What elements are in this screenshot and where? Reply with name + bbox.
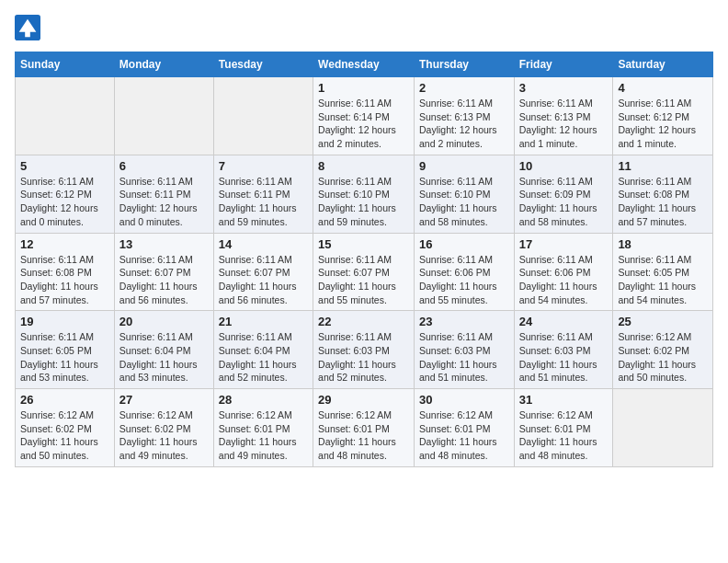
day-number: 2	[419, 81, 509, 95]
day-number: 20	[119, 315, 209, 328]
day-number: 3	[519, 81, 609, 95]
calendar-cell: 1Sunrise: 6:11 AM Sunset: 6:14 PM Daylig…	[313, 77, 415, 155]
day-info: Sunrise: 6:11 AM Sunset: 6:04 PM Dayligh…	[219, 330, 308, 385]
calendar-cell: 12Sunrise: 6:11 AM Sunset: 6:08 PM Dayli…	[16, 233, 115, 311]
day-info: Sunrise: 6:11 AM Sunset: 6:07 PM Dayligh…	[219, 253, 308, 307]
day-info: Sunrise: 6:11 AM Sunset: 6:10 PM Dayligh…	[318, 175, 409, 229]
day-number: 12	[20, 237, 109, 251]
calendar-cell: 31Sunrise: 6:12 AM Sunset: 6:01 PM Dayli…	[514, 389, 613, 467]
header-day-tuesday: Tuesday	[213, 52, 313, 77]
day-info: Sunrise: 6:11 AM Sunset: 6:08 PM Dayligh…	[20, 253, 109, 307]
day-info: Sunrise: 6:11 AM Sunset: 6:12 PM Dayligh…	[618, 97, 708, 151]
calendar-cell: 7Sunrise: 6:11 AM Sunset: 6:11 PM Daylig…	[213, 155, 313, 233]
day-info: Sunrise: 6:11 AM Sunset: 6:05 PM Dayligh…	[20, 330, 109, 385]
calendar-cell: 3Sunrise: 6:11 AM Sunset: 6:13 PM Daylig…	[514, 77, 613, 155]
day-number: 29	[318, 393, 409, 407]
day-info: Sunrise: 6:11 AM Sunset: 6:06 PM Dayligh…	[419, 253, 509, 307]
day-info: Sunrise: 6:11 AM Sunset: 6:11 PM Dayligh…	[119, 175, 209, 229]
header-day-saturday: Saturday	[613, 52, 713, 77]
calendar-body: 1Sunrise: 6:11 AM Sunset: 6:14 PM Daylig…	[16, 77, 713, 467]
day-info: Sunrise: 6:11 AM Sunset: 6:09 PM Dayligh…	[519, 175, 609, 229]
calendar-cell: 2Sunrise: 6:11 AM Sunset: 6:13 PM Daylig…	[414, 77, 514, 155]
day-info: Sunrise: 6:11 AM Sunset: 6:05 PM Dayligh…	[618, 253, 708, 307]
calendar-cell: 27Sunrise: 6:12 AM Sunset: 6:02 PM Dayli…	[114, 389, 213, 467]
day-number: 8	[318, 159, 409, 173]
logo	[15, 15, 42, 40]
calendar-cell: 21Sunrise: 6:11 AM Sunset: 6:04 PM Dayli…	[213, 311, 313, 389]
day-info: Sunrise: 6:11 AM Sunset: 6:07 PM Dayligh…	[318, 253, 409, 307]
calendar-cell: 23Sunrise: 6:11 AM Sunset: 6:03 PM Dayli…	[414, 311, 514, 389]
day-number: 14	[219, 237, 308, 251]
calendar-table: SundayMondayTuesdayWednesdayThursdayFrid…	[15, 52, 713, 467]
calendar-cell: 24Sunrise: 6:11 AM Sunset: 6:03 PM Dayli…	[514, 311, 613, 389]
week-row-4: 19Sunrise: 6:11 AM Sunset: 6:05 PM Dayli…	[16, 311, 713, 389]
header-day-wednesday: Wednesday	[313, 52, 415, 77]
calendar-header: SundayMondayTuesdayWednesdayThursdayFrid…	[16, 52, 713, 77]
day-info: Sunrise: 6:12 AM Sunset: 6:01 PM Dayligh…	[219, 408, 308, 463]
day-number: 7	[219, 159, 308, 173]
calendar-cell: 22Sunrise: 6:11 AM Sunset: 6:03 PM Dayli…	[313, 311, 415, 389]
day-info: Sunrise: 6:11 AM Sunset: 6:08 PM Dayligh…	[618, 175, 708, 229]
week-row-2: 5Sunrise: 6:11 AM Sunset: 6:12 PM Daylig…	[16, 155, 713, 233]
calendar-cell: 15Sunrise: 6:11 AM Sunset: 6:07 PM Dayli…	[313, 233, 415, 311]
day-number: 9	[419, 159, 509, 173]
day-number: 23	[419, 315, 509, 328]
day-info: Sunrise: 6:11 AM Sunset: 6:12 PM Dayligh…	[20, 175, 109, 229]
page-header	[15, 15, 713, 40]
day-number: 10	[519, 159, 609, 173]
day-number: 6	[119, 159, 209, 173]
day-number: 21	[219, 315, 308, 328]
day-info: Sunrise: 6:11 AM Sunset: 6:13 PM Dayligh…	[419, 97, 509, 151]
day-number: 15	[318, 237, 409, 251]
day-info: Sunrise: 6:11 AM Sunset: 6:10 PM Dayligh…	[419, 175, 509, 229]
day-number: 27	[119, 393, 209, 407]
day-number: 31	[519, 393, 609, 407]
calendar-cell: 28Sunrise: 6:12 AM Sunset: 6:01 PM Dayli…	[213, 389, 313, 467]
day-info: Sunrise: 6:12 AM Sunset: 6:01 PM Dayligh…	[318, 408, 409, 463]
day-number: 16	[419, 237, 509, 251]
day-info: Sunrise: 6:11 AM Sunset: 6:03 PM Dayligh…	[318, 330, 409, 385]
day-number: 13	[119, 237, 209, 251]
day-info: Sunrise: 6:11 AM Sunset: 6:04 PM Dayligh…	[119, 330, 209, 385]
day-info: Sunrise: 6:12 AM Sunset: 6:02 PM Dayligh…	[119, 408, 209, 463]
day-info: Sunrise: 6:11 AM Sunset: 6:11 PM Dayligh…	[219, 175, 308, 229]
calendar-cell: 4Sunrise: 6:11 AM Sunset: 6:12 PM Daylig…	[613, 77, 713, 155]
header-day-thursday: Thursday	[414, 52, 514, 77]
week-row-5: 26Sunrise: 6:12 AM Sunset: 6:02 PM Dayli…	[16, 389, 713, 467]
day-number: 17	[519, 237, 609, 251]
day-number: 19	[20, 315, 109, 328]
day-info: Sunrise: 6:12 AM Sunset: 6:02 PM Dayligh…	[20, 408, 109, 463]
day-number: 18	[618, 237, 708, 251]
calendar-cell: 30Sunrise: 6:12 AM Sunset: 6:01 PM Dayli…	[414, 389, 514, 467]
day-number: 24	[519, 315, 609, 328]
day-number: 30	[419, 393, 509, 407]
day-info: Sunrise: 6:12 AM Sunset: 6:02 PM Dayligh…	[618, 330, 708, 385]
day-info: Sunrise: 6:11 AM Sunset: 6:03 PM Dayligh…	[419, 330, 509, 385]
header-day-sunday: Sunday	[16, 52, 115, 77]
calendar-cell: 19Sunrise: 6:11 AM Sunset: 6:05 PM Dayli…	[16, 311, 115, 389]
calendar-cell: 26Sunrise: 6:12 AM Sunset: 6:02 PM Dayli…	[16, 389, 115, 467]
calendar-cell	[213, 77, 313, 155]
header-row: SundayMondayTuesdayWednesdayThursdayFrid…	[16, 52, 713, 77]
week-row-1: 1Sunrise: 6:11 AM Sunset: 6:14 PM Daylig…	[16, 77, 713, 155]
day-number: 22	[318, 315, 409, 328]
calendar-cell: 20Sunrise: 6:11 AM Sunset: 6:04 PM Dayli…	[114, 311, 213, 389]
day-info: Sunrise: 6:11 AM Sunset: 6:14 PM Dayligh…	[318, 97, 409, 151]
calendar-cell: 6Sunrise: 6:11 AM Sunset: 6:11 PM Daylig…	[114, 155, 213, 233]
calendar-cell: 29Sunrise: 6:12 AM Sunset: 6:01 PM Dayli…	[313, 389, 415, 467]
day-number: 25	[618, 315, 708, 328]
logo-icon	[15, 15, 40, 40]
calendar-cell: 18Sunrise: 6:11 AM Sunset: 6:05 PM Dayli…	[613, 233, 713, 311]
day-info: Sunrise: 6:11 AM Sunset: 6:06 PM Dayligh…	[519, 253, 609, 307]
day-number: 26	[20, 393, 109, 407]
day-info: Sunrise: 6:11 AM Sunset: 6:03 PM Dayligh…	[519, 330, 609, 385]
calendar-cell: 8Sunrise: 6:11 AM Sunset: 6:10 PM Daylig…	[313, 155, 415, 233]
week-row-3: 12Sunrise: 6:11 AM Sunset: 6:08 PM Dayli…	[16, 233, 713, 311]
calendar-cell: 13Sunrise: 6:11 AM Sunset: 6:07 PM Dayli…	[114, 233, 213, 311]
calendar-cell: 25Sunrise: 6:12 AM Sunset: 6:02 PM Dayli…	[613, 311, 713, 389]
calendar-cell: 9Sunrise: 6:11 AM Sunset: 6:10 PM Daylig…	[414, 155, 514, 233]
day-info: Sunrise: 6:11 AM Sunset: 6:07 PM Dayligh…	[119, 253, 209, 307]
calendar-cell: 5Sunrise: 6:11 AM Sunset: 6:12 PM Daylig…	[16, 155, 115, 233]
calendar-cell: 17Sunrise: 6:11 AM Sunset: 6:06 PM Dayli…	[514, 233, 613, 311]
day-number: 1	[318, 81, 409, 95]
